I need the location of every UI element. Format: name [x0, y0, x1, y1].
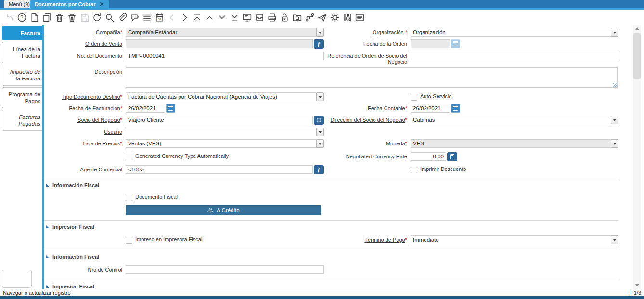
window-tab-bar: Menú (9) Documentos por Cobrar ✕ — [0, 0, 644, 10]
lista-precios-dropdown-icon[interactable] — [316, 139, 324, 148]
documento-fiscal-checkbox[interactable] — [126, 195, 132, 201]
archive-icon[interactable] — [253, 12, 266, 24]
help-icon[interactable]: ? — [15, 12, 28, 24]
scroll-up-icon[interactable] — [633, 25, 641, 32]
termino-pago-dropdown-icon[interactable] — [611, 235, 618, 244]
organizacion-label: Organización.* — [326, 28, 411, 37]
a-credito-button[interactable]: A Crédito — [126, 205, 321, 215]
scrollbar-thumb[interactable] — [633, 33, 641, 79]
organizacion-field[interactable]: Organización — [411, 28, 611, 37]
orden-venta-field[interactable] — [126, 39, 313, 48]
compania-dropdown-icon[interactable] — [316, 28, 324, 37]
last-record-icon[interactable] — [228, 12, 241, 24]
usuario-dropdown-icon[interactable] — [316, 128, 324, 136]
fecha-contable-field[interactable]: 26/02/2021 — [411, 104, 450, 113]
multi-row-view-icon[interactable] — [141, 12, 153, 24]
find-icon[interactable] — [103, 12, 116, 24]
sidebar-tab-facturas-pagadas[interactable]: Facturas Pagadas — [2, 110, 44, 131]
status-message: Navegar o actualizar registro — [3, 290, 631, 296]
product-info-icon[interactable] — [341, 12, 353, 24]
lock-record-icon[interactable] — [278, 12, 291, 24]
undo-icon[interactable] — [3, 12, 15, 24]
negotiated-rate-field[interactable]: 0,00 — [411, 152, 446, 161]
agente-comercial-label: Agente Comercial — [44, 165, 126, 174]
referencia-field[interactable] — [411, 52, 618, 60]
agente-comercial-record-icon[interactable]: ƒ — [314, 165, 324, 174]
socio-negocio-field[interactable]: Viajero Cliente — [126, 116, 313, 124]
previous-record-icon[interactable] — [166, 12, 178, 24]
termino-pago-field[interactable]: Immediate — [411, 235, 611, 244]
section-header[interactable]: Información Fiscal — [44, 253, 618, 262]
fecha-orden-calendar-icon[interactable] — [451, 39, 460, 48]
moneda-field[interactable]: VES — [411, 139, 611, 148]
sidebar-tab-programa-pagos[interactable]: Programa de Pagos — [2, 87, 44, 108]
delete-selection-icon[interactable] — [65, 12, 78, 24]
auto-servicio-checkbox[interactable] — [411, 94, 417, 101]
negotiated-rate-label: Negotiated Currency Rate — [326, 152, 411, 161]
generated-currency-checkbox[interactable] — [126, 154, 132, 160]
nro-control-field[interactable] — [126, 265, 324, 274]
no-documento-field[interactable]: TMP- 0000041 — [126, 52, 324, 60]
sidebar-tab-linea-factura[interactable]: Línea de la Factura — [2, 42, 44, 63]
socio-negocio-label: Socio del Negocio* — [44, 116, 126, 125]
fecha-contable-calendar-icon[interactable] — [451, 104, 460, 113]
calendar-icon[interactable]: 31 — [153, 12, 166, 24]
socio-negocio-search-icon[interactable] — [314, 116, 324, 125]
refresh-icon[interactable] — [90, 12, 103, 24]
moneda-dropdown-icon[interactable] — [611, 139, 618, 148]
section-header[interactable]: Impresión Fiscal — [44, 283, 618, 289]
save-icon[interactable] — [78, 12, 90, 24]
section-impresion-fiscal-1: Impresión Fiscal Impreso en Impresora Fi… — [44, 220, 618, 244]
imprimir-descuento-checkbox[interactable] — [411, 167, 417, 173]
descripcion-field[interactable] — [126, 67, 618, 88]
chat-icon[interactable] — [128, 12, 141, 24]
section-header[interactable]: Impresión Fiscal — [44, 223, 618, 233]
fecha-orden-field[interactable] — [411, 39, 450, 48]
sidebar-tab-label: Factura — [20, 30, 40, 36]
attachment-icon[interactable] — [116, 12, 128, 24]
organizacion-dropdown-icon[interactable] — [611, 28, 618, 37]
workflow-icon[interactable] — [303, 12, 316, 24]
lista-precios-field[interactable]: Ventas (VES) — [126, 139, 317, 148]
direccion-socio-dropdown-icon[interactable] — [611, 116, 618, 124]
direccion-socio-field[interactable]: Cabimas — [411, 116, 611, 124]
fecha-facturacion-field[interactable]: 26/02/2021 — [126, 104, 165, 113]
tipo-documento-dropdown-icon[interactable] — [316, 92, 324, 101]
impreso-impresora-label: Impreso en Impresora Fiscal — [135, 236, 202, 242]
next-record-icon[interactable] — [178, 12, 191, 24]
tipo-documento-field[interactable]: Factura de Cuentas por Cobrar Nacional (… — [126, 92, 317, 101]
report-icon[interactable] — [353, 12, 366, 24]
zoom-across-icon[interactable] — [291, 12, 303, 24]
section-header[interactable]: Información Fiscal — [44, 182, 618, 191]
documento-fiscal-label: Documento Fiscal — [135, 194, 178, 200]
record-count: 1/3 — [634, 290, 641, 296]
preferences-icon[interactable] — [328, 12, 341, 24]
copy-record-icon[interactable] — [40, 12, 53, 24]
parent-record-icon[interactable] — [203, 12, 216, 24]
tab-documentos-por-cobrar[interactable]: Documentos por Cobrar ✕ — [30, 0, 109, 8]
delete-record-icon[interactable] — [53, 12, 65, 24]
fecha-facturacion-calendar-icon[interactable] — [166, 104, 175, 113]
negotiated-rate-calculator-icon[interactable] — [447, 152, 457, 161]
sidebar-tab-label: Programa de Pagos — [9, 91, 40, 104]
agente-comercial-field[interactable]: <100> — [126, 165, 313, 174]
svg-text:?: ? — [20, 14, 23, 20]
orden-venta-record-icon[interactable]: ƒ — [314, 39, 324, 49]
vertical-scrollbar[interactable] — [633, 25, 641, 289]
close-icon[interactable]: ✕ — [100, 2, 104, 7]
usuario-field[interactable] — [126, 128, 317, 136]
print-icon[interactable] — [266, 12, 278, 24]
sidebar-tab-impuesto-factura[interactable]: Impuesto de la Factura — [2, 65, 44, 86]
moneda-label: Moneda* — [326, 139, 411, 148]
sidebar-tab-factura[interactable]: Factura — [2, 26, 44, 40]
performance-chart-icon[interactable] — [241, 12, 253, 24]
tipo-documento-label: Tipo Documento Destino* — [44, 92, 126, 101]
detail-record-icon[interactable] — [216, 12, 228, 24]
fecha-facturacion-label: Fecha de Facturación* — [44, 104, 126, 113]
new-record-icon[interactable] — [28, 12, 40, 24]
send-mail-icon[interactable] — [316, 12, 328, 24]
first-record-icon[interactable] — [191, 12, 203, 24]
compania-field[interactable]: Compañía Estándar — [126, 28, 317, 37]
impreso-impresora-checkbox[interactable] — [126, 237, 132, 244]
scroll-down-icon[interactable] — [633, 282, 641, 289]
